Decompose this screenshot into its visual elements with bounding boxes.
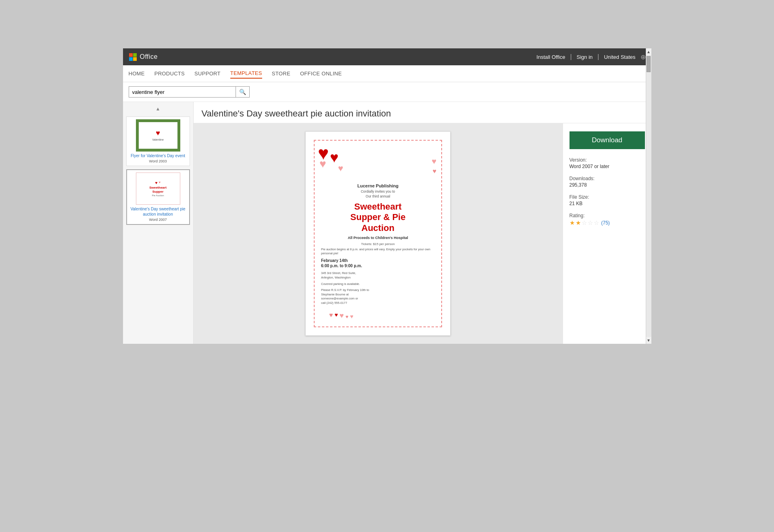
- star-4: ☆: [588, 219, 593, 227]
- preview-dashed-border: ♥ ♥ ♥ ♥ ♥ ♥: [314, 140, 442, 327]
- nav-products[interactable]: PRODUCTS: [154, 69, 185, 78]
- filesize-label: File Size:: [570, 194, 645, 200]
- hearts-bottom-decoration: ♥ ♥ ♥ ♥ ♥: [321, 312, 435, 320]
- rating-label: Rating:: [570, 213, 645, 218]
- scroll-thumb[interactable]: [647, 56, 651, 72]
- version-row: Version: Word 2007 or later: [570, 157, 645, 169]
- flyer-time: 6:00 p.m. to 9:00 p.m.: [321, 264, 435, 268]
- sidebar-thumb-label-1[interactable]: Flyer for Valentine's Day event: [129, 153, 187, 158]
- preview-details-row: ♥ ♥ ♥ ♥ ♥ ♥: [194, 123, 651, 344]
- browser-scrollbar[interactable]: ▲ ▼: [646, 48, 651, 344]
- rating-row: Rating: ★ ★ ☆ ☆ ☆ (75): [570, 213, 645, 227]
- content-panel: Valentine's Day sweetheart pie auction i…: [194, 102, 651, 344]
- scroll-down-arrow[interactable]: ▼: [647, 337, 651, 344]
- flyer-company: Lucerne Publishing: [321, 183, 435, 188]
- star-5: ☆: [594, 219, 599, 227]
- install-office-button[interactable]: Install Office: [536, 54, 565, 60]
- app-title: Office: [140, 53, 158, 60]
- star-2: ★: [576, 219, 581, 227]
- divider: |: [570, 53, 572, 60]
- sidebar: ▲ ♥ Valentine Flyer for Valentine's Day …: [123, 102, 194, 344]
- sign-in-link[interactable]: Sign in: [577, 54, 593, 60]
- flyer-parking: Covered parking is available.: [321, 282, 435, 286]
- version-label: Version:: [570, 157, 645, 163]
- preview-card: ♥ ♥ ♥ ♥ ♥ ♥: [305, 131, 451, 336]
- scroll-up-arrow[interactable]: ▲: [647, 48, 651, 55]
- search-input[interactable]: [129, 87, 236, 97]
- sidebar-item-valentine-flyer[interactable]: ♥ Valentine Flyer for Valentine's Day ev…: [126, 116, 190, 166]
- rating-count[interactable]: (75): [601, 220, 610, 226]
- hearts-top-right-decoration: ♥ ♥: [432, 157, 436, 175]
- nav-bar: HOME PRODUCTS SUPPORT TEMPLATES STORE OF…: [123, 65, 651, 82]
- downloads-row: Downloads: 295,378: [570, 176, 645, 188]
- nav-support[interactable]: SUPPORT: [194, 69, 221, 78]
- star-1: ★: [570, 219, 575, 227]
- search-container: 🔍: [129, 86, 250, 98]
- sidebar-item-pie-auction[interactable]: ♥ ♥ SweetheartSupper Pie Auction Valenti…: [126, 169, 190, 225]
- svg-rect-2: [129, 57, 133, 61]
- filesize-row: File Size: 21 KB: [570, 194, 645, 206]
- flyer-date: February 14th: [321, 258, 435, 263]
- divider2: |: [597, 53, 599, 60]
- country-selector[interactable]: United States: [604, 54, 635, 60]
- svg-rect-1: [133, 53, 137, 57]
- main-content: ▲ ♥ Valentine Flyer for Valentine's Day …: [123, 102, 651, 344]
- version-value: Word 2007 or later: [570, 164, 645, 169]
- page-title: Valentine's Day sweetheart pie auction i…: [202, 108, 643, 119]
- sidebar-version-1: Word 2003: [129, 159, 187, 163]
- search-bar: 🔍: [123, 82, 651, 102]
- search-button[interactable]: 🔍: [236, 87, 249, 97]
- sidebar-scroll-up[interactable]: ▲: [126, 106, 190, 112]
- flyer-subtitle: All Proceeds to Children's Hospital: [321, 236, 435, 240]
- downloads-label: Downloads:: [570, 176, 645, 181]
- flyer-tickets: Tickets: $15 per person: [321, 242, 435, 246]
- page-title-bar: Valentine's Day sweetheart pie auction i…: [194, 102, 651, 123]
- office-logo-icon: [129, 53, 137, 61]
- top-bar: Office Install Office | Sign in | United…: [123, 48, 651, 65]
- download-button[interactable]: Download: [570, 131, 645, 149]
- filesize-value: 21 KB: [570, 201, 645, 206]
- details-panel: Download Version: Word 2007 or later Dow…: [563, 123, 651, 344]
- sidebar-thumb-label-2[interactable]: Valentine's Day sweetheart pie auction i…: [129, 206, 187, 217]
- flyer-invite-line2: Our third annual: [321, 194, 435, 199]
- globe-icon: ⊕: [640, 53, 646, 61]
- scroll-track[interactable]: [646, 55, 651, 337]
- nav-home[interactable]: HOME: [129, 69, 145, 78]
- rating-stars: ★ ★ ☆ ☆ ☆ (75): [570, 219, 645, 227]
- hearts-top-left-decoration: ♥ ♥ ♥ ♥: [318, 144, 358, 180]
- downloads-value: 295,378: [570, 182, 645, 188]
- nav-templates[interactable]: TEMPLATES: [230, 69, 262, 79]
- flyer-address: 345 3rd Street, Red Suite, Arlington, Wa…: [321, 271, 435, 280]
- template-preview: ♥ ♥ ♥ ♥ ♥ ♥: [194, 123, 563, 344]
- sidebar-version-2: Word 2007: [129, 218, 187, 222]
- flyer-main-title: Sweetheart Supper & Pie Auction: [321, 202, 435, 233]
- svg-rect-0: [129, 53, 133, 57]
- flyer-rsvp: Please R.S.V.P. by February 10th to Step…: [321, 288, 435, 305]
- flyer-invite-line1: Cordially invites you to: [321, 189, 435, 194]
- nav-office-online[interactable]: OFFICE ONLINE: [300, 69, 342, 78]
- star-3: ☆: [582, 219, 587, 227]
- nav-store[interactable]: STORE: [272, 69, 290, 78]
- svg-rect-3: [133, 57, 137, 61]
- flyer-auction-note: Pie auction begins at 8 p.m. and prices …: [321, 247, 435, 256]
